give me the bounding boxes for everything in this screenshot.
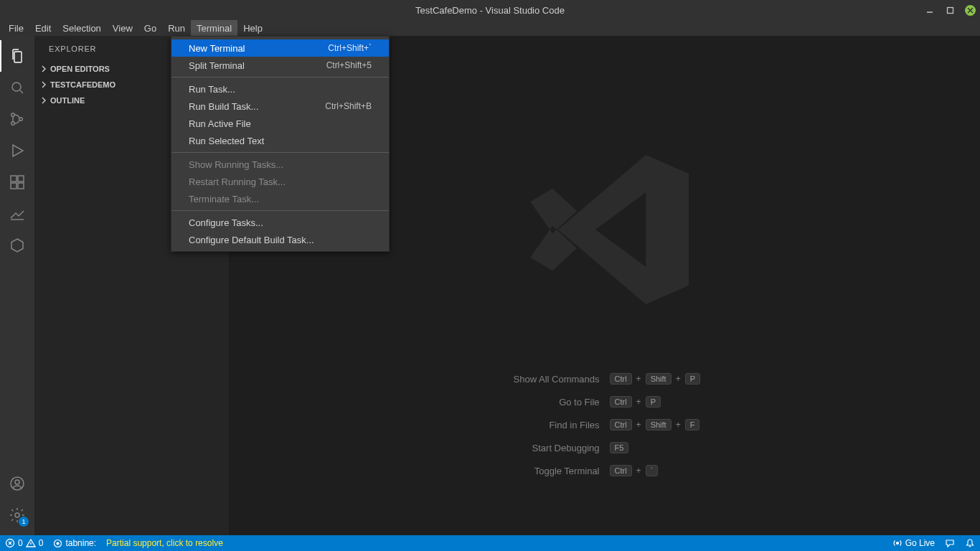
svg-rect-0: [947, 7, 953, 13]
activity-explorer[interactable]: [0, 40, 34, 72]
menu-item-run-active-file[interactable]: Run Active File: [171, 115, 389, 132]
svg-rect-8: [18, 176, 24, 182]
shortcut-keys: Ctrl+Shift+F: [610, 419, 804, 430]
menu-run[interactable]: Run: [162, 20, 191, 36]
broadcast-icon: [892, 538, 903, 548]
menu-item-configure-tasks[interactable]: Configure Tasks...: [171, 214, 389, 231]
menu-item-label: Show Running Tasks...: [189, 159, 283, 170]
menu-go[interactable]: Go: [138, 20, 162, 36]
menu-item-split-terminal[interactable]: Split TerminalCtrl+Shift+5: [171, 57, 389, 74]
svg-point-14: [57, 542, 59, 545]
key-cap: Ctrl: [610, 396, 632, 408]
plus-separator: +: [636, 374, 641, 384]
svg-point-11: [15, 513, 19, 517]
window-title: TestCafeDemo - Visual Studio Code: [415, 5, 565, 16]
shortcut-row: Go to FileCtrl+P: [404, 396, 806, 408]
shortcut-row: Start DebuggingF5: [404, 442, 806, 453]
menu-item-run-task[interactable]: Run Task...: [171, 80, 389, 98]
key-cap: Shift: [646, 373, 672, 385]
key-cap: Ctrl: [610, 373, 632, 385]
plus-separator: +: [636, 420, 641, 430]
menu-item-label: Run Build Task...: [189, 101, 258, 112]
chevron-right-icon: [39, 81, 49, 88]
shortcut-label: Show All Commands: [406, 374, 600, 385]
status-feedback[interactable]: [940, 535, 960, 551]
activity-settings[interactable]: 1: [0, 499, 34, 531]
menu-selection[interactable]: Selection: [57, 20, 106, 36]
menu-terminal[interactable]: Terminal: [191, 20, 237, 36]
shortcut-keys: Ctrl+P: [610, 396, 804, 408]
shortcut-row: Show All CommandsCtrl+Shift+P: [404, 373, 806, 385]
close-button[interactable]: [965, 5, 976, 16]
status-tabnine-msg[interactable]: Partial support, click to resolve: [101, 535, 228, 551]
activity-tabnine[interactable]: [0, 230, 34, 261]
menu-item-shortcut: Ctrl+Shift+B: [325, 101, 372, 111]
menu-edit[interactable]: Edit: [29, 20, 57, 36]
menu-item-label: Run Selected Text: [189, 136, 264, 146]
menu-item-label: Split Terminal: [189, 60, 245, 71]
key-cap: P: [646, 396, 661, 408]
menu-item-run-build-task[interactable]: Run Build Task...Ctrl+Shift+B: [171, 98, 389, 115]
plus-separator: +: [636, 397, 641, 407]
status-golive[interactable]: Go Live: [887, 535, 940, 551]
menu-item-show-running-tasks: Show Running Tasks...: [171, 156, 389, 173]
tabnine-label: tabnine:: [65, 538, 96, 548]
activity-extensions[interactable]: [0, 166, 34, 198]
menu-file[interactable]: File: [3, 20, 29, 36]
section-label: OUTLINE: [50, 96, 85, 105]
shortcut-label: Start Debugging: [406, 443, 600, 453]
menu-view[interactable]: View: [107, 20, 138, 36]
error-icon: [5, 538, 15, 548]
window-controls: [925, 0, 976, 20]
svg-rect-6: [11, 183, 17, 189]
menu-item-label: Configure Tasks...: [189, 217, 263, 228]
status-bell[interactable]: [960, 535, 980, 551]
shortcut-label: Go to File: [406, 397, 600, 408]
bell-icon: [965, 538, 975, 548]
menu-item-label: Restart Running Task...: [189, 176, 286, 187]
key-cap: F5: [610, 442, 629, 453]
maximize-button[interactable]: [945, 5, 955, 15]
activity-accounts[interactable]: [0, 468, 34, 499]
menu-item-label: Configure Default Build Task...: [189, 235, 314, 245]
status-problems[interactable]: 0 0: [0, 535, 48, 551]
activity-test[interactable]: [0, 198, 34, 230]
plus-separator: +: [676, 374, 681, 384]
menu-item-label: Run Task...: [189, 84, 235, 95]
menu-item-new-terminal[interactable]: New TerminalCtrl+Shift+`: [171, 39, 389, 57]
activity-search[interactable]: [0, 72, 34, 103]
menu-help[interactable]: Help: [237, 20, 268, 36]
status-tabnine[interactable]: tabnine:: [48, 535, 101, 551]
shortcut-label: Find in Files: [406, 420, 600, 430]
key-cap: P: [685, 373, 700, 385]
plus-separator: +: [636, 466, 641, 476]
menu-item-restart-running-task: Restart Running Task...: [171, 173, 389, 190]
settings-badge: 1: [19, 517, 29, 527]
svg-point-15: [896, 542, 898, 545]
section-label: OPEN EDITORS: [50, 65, 110, 73]
activity-run-debug[interactable]: [0, 135, 34, 166]
key-cap: Shift: [646, 419, 672, 430]
key-cap: Ctrl: [610, 419, 632, 430]
welcome-shortcuts: Show All CommandsCtrl+Shift+PGo to FileC…: [404, 373, 806, 476]
section-label: TESTCAFEDEMO: [50, 80, 116, 89]
menu-item-run-selected-text[interactable]: Run Selected Text: [171, 132, 389, 149]
svg-point-3: [11, 122, 15, 126]
svg-rect-5: [11, 176, 17, 182]
shortcut-row: Toggle TerminalCtrl+`: [404, 465, 806, 476]
menu-item-label: Terminate Task...: [189, 194, 259, 204]
titlebar: TestCafeDemo - Visual Studio Code: [0, 0, 980, 20]
menu-item-configure-default-build-task[interactable]: Configure Default Build Task...: [171, 231, 389, 248]
menu-item-terminate-task: Terminate Task...: [171, 190, 389, 207]
menu-item-shortcut: Ctrl+Shift+`: [328, 43, 372, 53]
key-cap: Ctrl: [610, 465, 632, 476]
error-count: 0: [18, 538, 23, 548]
svg-rect-7: [18, 183, 24, 189]
shortcut-label: Toggle Terminal: [406, 466, 600, 476]
minimize-button[interactable]: [925, 5, 935, 15]
golive-label: Go Live: [905, 538, 935, 548]
feedback-icon: [945, 538, 955, 548]
chevron-right-icon: [39, 65, 49, 72]
warning-count: 0: [39, 538, 44, 548]
activity-source-control[interactable]: [0, 103, 34, 135]
